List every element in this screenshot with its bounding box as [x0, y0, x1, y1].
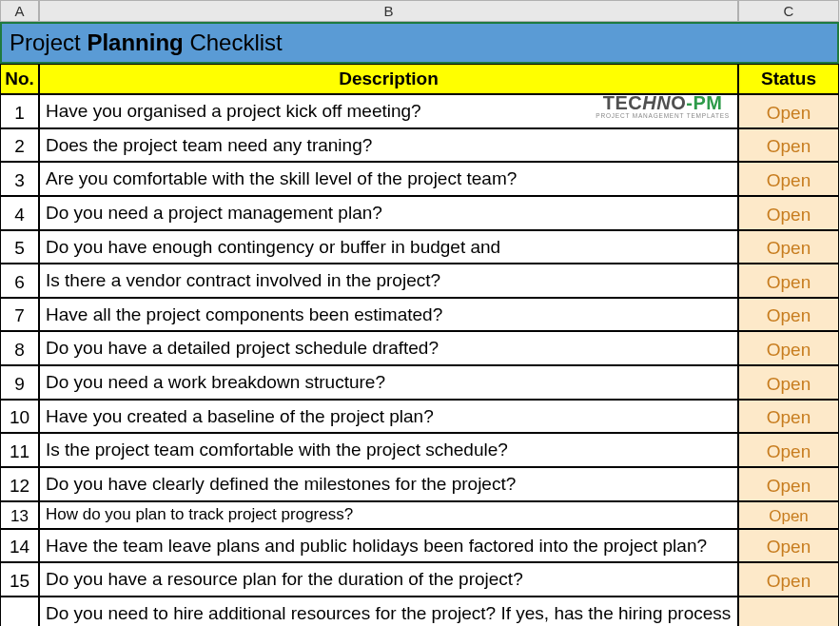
cell-no[interactable]: 2	[0, 128, 39, 163]
cell-description[interactable]: How do you plan to track project progres…	[39, 501, 738, 529]
cell-description[interactable]: Do you have enough contingency or buffer…	[39, 230, 738, 264]
cell-description-text: Have you organised a project kick off me…	[46, 101, 421, 121]
table-row: 7 Have all the project components been e…	[0, 298, 840, 332]
cell-no[interactable]: 14	[0, 529, 39, 563]
table-row: 14 Have the team leave plans and public …	[0, 529, 840, 563]
cell-description[interactable]: Do you have a resource plan for the dura…	[39, 562, 738, 597]
column-header-a[interactable]: A	[0, 0, 39, 22]
table-row: 10 Have you created a baseline of the pr…	[0, 400, 840, 434]
title-cell[interactable]: Project Planning Checklist	[0, 22, 839, 64]
cell-status[interactable]: Open	[738, 230, 839, 264]
cell-no[interactable]: 4	[0, 196, 39, 230]
cell-status[interactable]: Open	[738, 467, 839, 501]
logo-part2: HN	[642, 92, 671, 113]
table-row: 11 Is the project team comfortable with …	[0, 433, 840, 467]
cell-description[interactable]: Have all the project components been est…	[39, 298, 738, 332]
cell-description[interactable]: Have the team leave plans and public hol…	[39, 529, 738, 563]
cell-description[interactable]: Do you have clearly defined the mileston…	[39, 467, 738, 501]
logo-part4: -PM	[686, 92, 722, 113]
cell-description[interactable]: Do you need a project management plan?	[39, 196, 738, 230]
column-headers-row: A B C	[0, 0, 840, 22]
cell-no[interactable]: 9	[0, 365, 39, 400]
spreadsheet-container: A B C Project Planning Checklist No. Des…	[0, 0, 840, 626]
table-row: 16 Do you need to hire additional resour…	[0, 597, 840, 626]
cell-no[interactable]: 3	[0, 162, 39, 196]
title-prefix: Project	[10, 29, 87, 55]
cell-no[interactable]: 15	[0, 562, 39, 597]
column-header-b[interactable]: B	[39, 0, 738, 22]
header-no[interactable]: No.	[0, 64, 39, 94]
table-row: 13 How do you plan to track project prog…	[0, 501, 840, 529]
cell-no[interactable]: 8	[0, 331, 39, 365]
cell-no[interactable]: 10	[0, 400, 39, 434]
table-row: 12 Do you have clearly defined the miles…	[0, 467, 840, 501]
cell-status[interactable]: Open	[738, 400, 839, 434]
cell-status[interactable]: Open	[738, 331, 839, 365]
cell-status[interactable]: Open	[738, 128, 839, 163]
table-row: 6 Is there a vendor contract involved in…	[0, 264, 840, 298]
cell-description[interactable]: Do you need a work breakdown structure?	[39, 365, 738, 400]
cell-no[interactable]: 16	[0, 597, 39, 626]
title-bold: Planning	[87, 29, 183, 55]
logo-sub: PROJECT MANAGEMENT TEMPLATES	[596, 113, 730, 120]
title-row: Project Planning Checklist	[0, 22, 840, 64]
column-header-c[interactable]: C	[738, 0, 839, 22]
logo: TECHNO-PM PROJECT MANAGEMENT TEMPLATES	[596, 93, 730, 120]
table-row: 3 Are you comfortable with the skill lev…	[0, 162, 840, 196]
cell-status[interactable]: Open	[738, 264, 839, 298]
cell-no[interactable]: 13	[0, 501, 39, 529]
cell-status[interactable]: Open	[738, 562, 839, 597]
cell-status[interactable]: Open	[738, 529, 839, 563]
cell-status[interactable]: Open	[738, 162, 839, 196]
cell-description[interactable]: Are you comfortable with the skill level…	[39, 162, 738, 196]
table-row: 2 Does the project team need any traning…	[0, 128, 840, 163]
logo-part3: O	[671, 92, 686, 113]
table-row: 15 Do you have a resource plan for the d…	[0, 562, 840, 597]
cell-status[interactable]: Open	[738, 501, 839, 529]
table-header-row: No. Description Status	[0, 64, 840, 94]
cell-no[interactable]: 7	[0, 298, 39, 332]
cell-no[interactable]: 11	[0, 433, 39, 467]
cell-status[interactable]: Open	[738, 597, 839, 626]
rows-container: 1 Have you organised a project kick off …	[0, 94, 840, 626]
cell-description[interactable]: Do you need to hire additional resources…	[39, 597, 738, 626]
cell-no[interactable]: 5	[0, 230, 39, 264]
cell-status[interactable]: Open	[738, 433, 839, 467]
cell-description[interactable]: Have you created a baseline of the proje…	[39, 400, 738, 434]
cell-description[interactable]: Have you organised a project kick off me…	[39, 94, 738, 128]
logo-part1: TEC	[603, 92, 643, 113]
cell-description[interactable]: Is the project team comfortable with the…	[39, 433, 738, 467]
cell-description[interactable]: Is there a vendor contract involved in t…	[39, 264, 738, 298]
table-row: 4 Do you need a project management plan?…	[0, 196, 840, 230]
cell-description[interactable]: Do you have a detailed project schedule …	[39, 331, 738, 365]
header-status[interactable]: Status	[738, 64, 839, 94]
table-row: 1 Have you organised a project kick off …	[0, 94, 840, 128]
cell-status[interactable]: Open	[738, 365, 839, 400]
title-suffix: Checklist	[184, 29, 283, 55]
cell-status[interactable]: Open	[738, 196, 839, 230]
header-description[interactable]: Description	[39, 64, 738, 94]
table-row: 5 Do you have enough contingency or buff…	[0, 230, 840, 264]
cell-status[interactable]: Open	[738, 94, 839, 128]
cell-status[interactable]: Open	[738, 298, 839, 332]
cell-no[interactable]: 1	[0, 94, 39, 128]
cell-no[interactable]: 6	[0, 264, 39, 298]
cell-description[interactable]: Does the project team need any traning?	[39, 128, 738, 163]
cell-no[interactable]: 12	[0, 467, 39, 501]
logo-main: TECHNO-PM	[596, 93, 730, 112]
table-row: 8 Do you have a detailed project schedul…	[0, 331, 840, 365]
table-row: 9 Do you need a work breakdown structure…	[0, 365, 840, 400]
